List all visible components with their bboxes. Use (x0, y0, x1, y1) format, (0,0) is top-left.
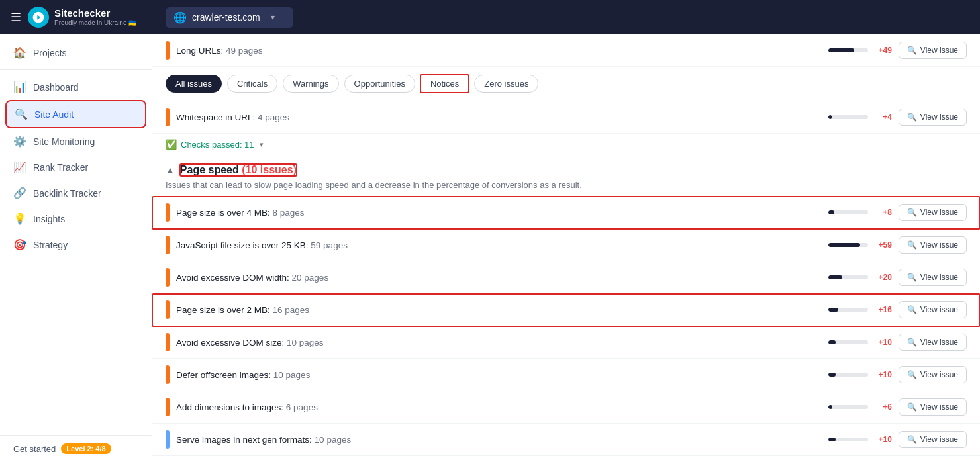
issue-count: +10 (873, 435, 892, 444)
page-count: 8 pages (273, 208, 305, 218)
issue-text: Defer offscreen images: 10 pages (176, 370, 822, 380)
issue-indicator (166, 108, 170, 126)
issue-bar-fill (828, 373, 836, 377)
sidebar-item-projects[interactable]: 🏠 Projects (0, 40, 152, 66)
main-content: 🌐 crawler-test.com ▾ Long URLs: 49 pages… (152, 0, 980, 462)
section-toggle-button[interactable]: ▲ (166, 165, 175, 175)
issue-bar-fill (828, 210, 834, 214)
issue-count: +4 (873, 113, 892, 122)
hamburger-icon[interactable]: ☰ (11, 10, 21, 24)
view-issue-button[interactable]: 🔍 View issue (899, 269, 967, 286)
domain-chevron-icon: ▾ (271, 13, 275, 22)
issue-text: JavaScript file size is over 25 KB: 59 p… (176, 240, 822, 250)
search-icon: 🔍 (907, 46, 917, 55)
view-issue-button[interactable]: 🔍 View issue (899, 301, 967, 318)
search-icon: 🔍 (907, 305, 917, 314)
filter-criticals[interactable]: Criticals (227, 75, 277, 93)
issue-row: Avoid excessive DOM width: 20 pages +20 … (152, 261, 980, 294)
check-icon: ✅ (166, 139, 177, 150)
filter-warnings[interactable]: Warnings (283, 75, 338, 93)
content-area: Long URLs: 49 pages +49 🔍 View issue All… (152, 34, 980, 462)
view-issue-button[interactable]: 🔍 View issue (899, 366, 967, 383)
page-count: 49 pages (226, 46, 263, 56)
issue-count: +6 (873, 402, 892, 412)
sidebar-item-site-audit[interactable]: 🔍 Site Audit (5, 100, 146, 128)
monitoring-icon: ⚙️ (13, 135, 26, 148)
chevron-down-icon: ▾ (260, 140, 264, 149)
sidebar-item-label: Rank Tracker (33, 162, 88, 173)
issue-text: Serve images in next gen formats: 10 pag… (176, 435, 822, 445)
page-count: 59 pages (311, 240, 348, 250)
sidebar-header: ☰ Sitechecker Proudly made in Ukraine 🇺🇦 (0, 0, 152, 34)
issue-bar-fill (828, 405, 832, 409)
issue-bar-bg (828, 115, 868, 119)
search-icon: 🔍 (907, 338, 917, 347)
issue-bar-area: +20 (828, 273, 892, 282)
issue-indicator (166, 430, 170, 449)
issue-text: Page size is over 2 MB: 16 pages (176, 305, 822, 315)
issue-count: +10 (873, 338, 892, 347)
issue-text: Add dimensions to images: 6 pages (176, 402, 822, 412)
issue-count: +20 (873, 273, 892, 282)
page-speed-issue-count: (10 issues) (242, 164, 297, 175)
sidebar-item-insights[interactable]: 💡 Insights (0, 206, 152, 232)
issue-bar-fill (828, 340, 836, 344)
sidebar-item-label: Strategy (33, 240, 68, 250)
search-icon: 🔍 (907, 435, 917, 444)
logo-area: Sitechecker Proudly made in Ukraine 🇺🇦 (28, 7, 136, 28)
issue-indicator (166, 41, 170, 60)
filter-all-issues[interactable]: All issues (166, 75, 222, 93)
issue-bar-bg (828, 340, 868, 344)
page-speed-title: Page speed (10 issues) (180, 164, 297, 176)
domain-icon: 🌐 (173, 11, 187, 24)
issue-bar-area: +10 (828, 338, 892, 347)
issue-indicator (166, 333, 170, 351)
logo-icon (28, 7, 49, 28)
sidebar-item-label: Insights (33, 214, 65, 224)
issue-count: +8 (873, 208, 892, 217)
insights-icon: 💡 (13, 212, 26, 225)
search-icon: 🔍 (907, 240, 917, 250)
site-audit-icon: 🔍 (15, 108, 28, 120)
sidebar-item-dashboard[interactable]: 📊 Dashboard (0, 74, 152, 100)
sidebar-item-label: Site Monitoring (33, 136, 95, 147)
checks-passed-top[interactable]: ✅ Checks passed: 11 ▾ (152, 134, 980, 155)
issue-row: Page size is over 2 MB: 16 pages +16 🔍 V… (152, 294, 980, 326)
sidebar-item-rank-tracker[interactable]: 📈 Rank Tracker (0, 154, 152, 180)
issue-row: Use video formats for animated content: … (152, 456, 980, 462)
issue-bar-fill (828, 243, 860, 247)
issue-bar-bg (828, 48, 868, 52)
filter-zero-issues[interactable]: Zero issues (474, 75, 538, 93)
view-issue-button[interactable]: 🔍 View issue (899, 334, 967, 351)
filter-opportunities[interactable]: Opportunities (344, 75, 415, 93)
sidebar-item-strategy[interactable]: 🎯 Strategy (0, 232, 152, 257)
checks-passed-label: Checks passed: 11 (181, 140, 254, 150)
issue-bar-area: +4 (828, 113, 892, 122)
view-issue-button[interactable]: 🔍 View issue (899, 42, 967, 59)
domain-name: crawler-test.com (192, 12, 260, 23)
long-url-row: Long URLs: 49 pages +49 🔍 View issue (152, 34, 980, 67)
sidebar-nav: 🏠 Projects 📊 Dashboard 🔍 Site Audit ⚙️ S… (0, 34, 152, 435)
sidebar-item-site-monitoring[interactable]: ⚙️ Site Monitoring (0, 128, 152, 154)
issue-indicator (166, 300, 170, 319)
issue-bar-bg (828, 405, 868, 409)
sidebar-item-backlink-tracker[interactable]: 🔗 Backlink Tracker (0, 180, 152, 206)
view-issue-button[interactable]: 🔍 View issue (899, 109, 967, 126)
search-icon: 🔍 (907, 113, 917, 122)
view-issue-button[interactable]: 🔍 View issue (899, 398, 967, 416)
domain-selector[interactable]: 🌐 crawler-test.com ▾ (166, 7, 293, 28)
issue-bar-fill (828, 275, 842, 279)
issue-bar-area: +10 (828, 435, 892, 444)
get-started-item[interactable]: Get started Level 2: 4/8 (13, 443, 138, 454)
view-issue-button[interactable]: 🔍 View issue (899, 431, 967, 448)
filter-notices[interactable]: Notices (420, 75, 469, 93)
issue-bar-area: +6 (828, 402, 892, 412)
issue-indicator (166, 398, 170, 416)
view-issue-button[interactable]: 🔍 View issue (899, 236, 967, 254)
logo-name: Sitechecker (54, 8, 136, 19)
issue-bar-fill (828, 48, 854, 52)
issue-row: Avoid excessive DOM size: 10 pages +10 🔍… (152, 326, 980, 359)
dashboard-icon: 📊 (13, 81, 26, 93)
issue-count: +49 (873, 46, 892, 55)
view-issue-button[interactable]: 🔍 View issue (899, 204, 967, 221)
